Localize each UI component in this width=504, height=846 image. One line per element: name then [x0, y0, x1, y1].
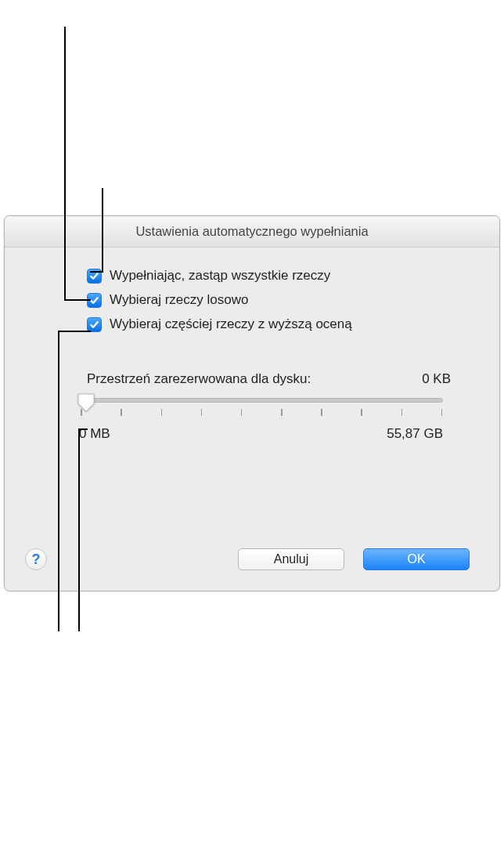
slider-track[interactable]	[79, 398, 443, 403]
disk-reserve-label: Przestrzeń zarezerwowana dla dysku:	[87, 371, 311, 387]
slider-max-label: 55,87 GB	[387, 426, 443, 442]
callout-line	[78, 428, 80, 631]
dialog-button-row: Anuluj OK	[238, 548, 470, 570]
disk-reserve-section: Przestrzeń zarezerwowana dla dysku: 0 KB	[87, 371, 452, 442]
dialog-content: Wypełniając, zastąp wszystkie rzeczy Wyb…	[5, 248, 499, 457]
checkbox-prefer-higher-rating-box[interactable]	[87, 317, 102, 332]
disk-slider[interactable]: 0 MB 55,87 GB	[79, 398, 443, 442]
checkbox-label: Wypełniając, zastąp wszystkie rzeczy	[110, 268, 330, 284]
cancel-button[interactable]: Anuluj	[238, 548, 344, 570]
disk-reserve-value: 0 KB	[422, 371, 451, 387]
dialog-titlebar: Ustawienia automatycznego wypełniania	[5, 216, 499, 248]
help-icon: ?	[32, 551, 41, 568]
dialog-title: Ustawienia automatycznego wypełniania	[135, 224, 368, 239]
callout-line	[64, 299, 91, 301]
callout-line	[90, 271, 103, 273]
callout-line	[64, 27, 66, 301]
checkbox-prefer-higher-rating[interactable]: Wybieraj częściej rzeczy z wyższą oceną	[87, 316, 452, 332]
help-button[interactable]: ?	[25, 548, 47, 570]
callout-line	[58, 331, 91, 332]
checkbox-replace-all[interactable]: Wypełniając, zastąp wszystkie rzeczy	[87, 268, 452, 284]
checkbox-label: Wybieraj częściej rzeczy z wyższą oceną	[110, 316, 352, 332]
slider-range-labels: 0 MB 55,87 GB	[79, 426, 443, 442]
callout-line	[102, 188, 103, 273]
disk-label-row: Przestrzeń zarezerwowana dla dysku: 0 KB	[87, 371, 451, 387]
slider-ticks	[79, 409, 443, 417]
callout-line	[58, 331, 59, 631]
ok-button[interactable]: OK	[363, 548, 470, 570]
checkbox-random-select[interactable]: Wybieraj rzeczy losowo	[87, 292, 452, 308]
checkbox-label: Wybieraj rzeczy losowo	[110, 292, 248, 308]
checkmark-icon	[89, 320, 99, 330]
